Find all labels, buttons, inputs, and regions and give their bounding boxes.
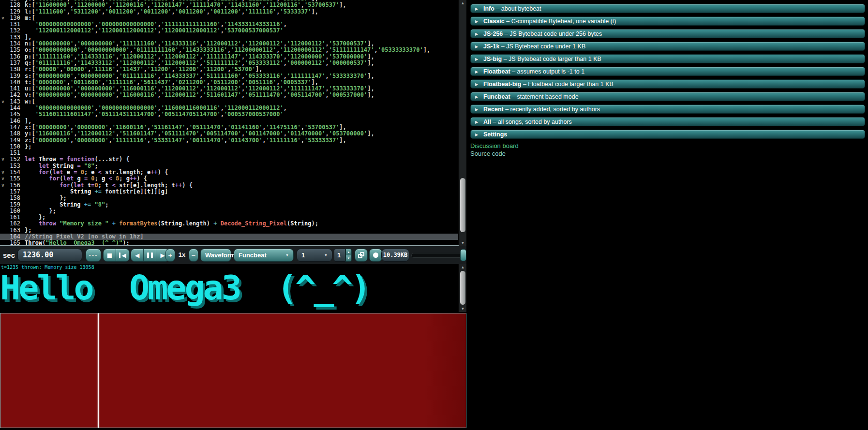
copy-link-button[interactable] xyxy=(355,249,368,262)
code-line[interactable]: 161 }; xyxy=(0,214,458,221)
playlist-section-js-1k[interactable]: ▶JS-1k – JS Bytebeat code under 1 KB xyxy=(470,42,865,51)
code-line[interactable]: 162 throw "Memory size " + formatBytes(S… xyxy=(0,221,458,227)
scroll-up-icon[interactable]: ▲ xyxy=(459,264,466,270)
code-line[interactable]: 138r:['00000','00000','11116','11437','1… xyxy=(0,66,458,73)
code-line[interactable]: v154 for(let e = 0; e < str.length; e++)… xyxy=(0,169,458,176)
speed-down-button[interactable]: − xyxy=(189,249,198,262)
code-line[interactable]: 131 '000000000000000','000000000000000',… xyxy=(0,21,458,28)
pause-button[interactable] xyxy=(144,249,156,261)
code-line[interactable]: 151 xyxy=(0,150,458,156)
source-code-link[interactable]: Source code xyxy=(470,150,865,158)
code-text: let String = "8"; xyxy=(20,163,98,169)
scroll-up-icon[interactable]: ▲ xyxy=(459,0,466,6)
playlist-section-recent[interactable]: ▶Recent – recently added, sorted by auth… xyxy=(470,104,865,114)
code-line[interactable]: 132 '112000112000112','112000112000112',… xyxy=(0,28,458,34)
code-line[interactable]: 145 '511601111601147','051114311114700',… xyxy=(0,111,458,118)
code-line[interactable]: 160 }; xyxy=(0,208,458,214)
code-line[interactable]: 157 String += font[str[e][t]][g] xyxy=(0,189,458,195)
playlist-section-floatbeat-big[interactable]: ▶Floatbeat-big – Floatbeat code larger t… xyxy=(470,79,865,89)
output-scrollbar-thumb[interactable] xyxy=(460,271,465,305)
code-line[interactable]: v143w:[ xyxy=(0,99,458,105)
draw-mode-button[interactable]: --- xyxy=(86,249,101,262)
playlist-section-js-big[interactable]: ▶JS-big – JS Bytebeat code larger than 1… xyxy=(470,54,865,63)
code-line[interactable]: 158 }; xyxy=(0,195,458,201)
code-line[interactable]: v130m:[ xyxy=(0,15,458,21)
skip-start-button[interactable]: ◀ xyxy=(116,249,129,261)
track-number-stepper[interactable]: ▲ ▼ xyxy=(345,249,352,262)
editor-scrollbar[interactable]: ▲ ▼ xyxy=(459,0,466,246)
code-line[interactable]: v156 for(let t=0; t < str[e].length; t++… xyxy=(0,182,458,189)
stepper-down-icon[interactable]: ▼ xyxy=(346,255,351,262)
code-line[interactable]: 150}; xyxy=(0,144,458,150)
stop-button[interactable]: ■ xyxy=(104,249,116,261)
code-line[interactable]: 129l:['1111600','5311200','0011200','001… xyxy=(0,9,458,15)
code-line[interactable]: 139s:['000000000','000000000','011111116… xyxy=(0,73,458,79)
code-line[interactable]: 153 let String = "8"; xyxy=(0,163,458,169)
fold-arrow-icon[interactable]: v xyxy=(0,15,6,21)
code-line[interactable]: 141u:['000000000','000000000','116000116… xyxy=(0,86,458,92)
fold-arrow-icon[interactable]: v xyxy=(0,169,6,176)
scope-canvas[interactable] xyxy=(0,313,466,428)
playlist-section-js-256[interactable]: ▶JS-256 – JS Bytebeat code under 256 byt… xyxy=(470,29,865,38)
stepper-up-icon[interactable]: ▲ xyxy=(346,249,351,255)
code-line[interactable]: 136p:['111111160','114333116','112000112… xyxy=(0,54,458,60)
code-text: z:['00000000','00000000','11111116','533… xyxy=(20,137,346,144)
time-input[interactable]: 1236.00 xyxy=(17,249,82,262)
code-text: q:['011111116','114333112','112000112','… xyxy=(20,60,374,66)
code-line[interactable]: 135o:['00000000000','00000000000','01111… xyxy=(0,47,458,53)
playlist-section-funcbeat[interactable]: ▶Funcbeat – statement based mode xyxy=(470,92,865,101)
line-number: 136 xyxy=(6,54,20,60)
fold-gutter xyxy=(0,79,6,86)
code-line[interactable]: 146], xyxy=(0,118,458,124)
fold-arrow-icon[interactable]: v xyxy=(0,156,6,163)
fold-arrow-icon[interactable]: v xyxy=(0,182,6,189)
playlist-section-all[interactable]: ▶All – all songs, sorted by authors xyxy=(470,117,865,126)
code-line[interactable]: 148y:['116000116','112000112','511601147… xyxy=(0,131,458,137)
fold-gutter xyxy=(0,221,6,227)
fold-arrow-icon[interactable]: v xyxy=(0,176,6,182)
scroll-down-icon[interactable]: ▼ xyxy=(459,240,466,246)
volume-slider[interactable] xyxy=(411,249,466,262)
code-text: }; xyxy=(20,195,67,201)
discussion-board-link[interactable]: Discussion board xyxy=(470,142,865,150)
code-line[interactable]: 147x:['00000000','00000000','11600116','… xyxy=(0,124,458,131)
playlist-section-info[interactable]: ▶Info – about bytebeat xyxy=(470,4,865,13)
code-line[interactable]: 159 String += "8"; xyxy=(0,202,458,208)
output-scrollbar[interactable]: ▲ ▼ xyxy=(459,264,466,312)
expand-arrow-icon: ▶ xyxy=(475,130,478,139)
code-line[interactable]: 163}; xyxy=(0,227,458,234)
code-line[interactable]: 165Throw("Hello Omega3 (^_^)"); xyxy=(0,240,458,246)
code-line[interactable]: v152let Throw = function(...str) { xyxy=(0,156,458,163)
output-canvas[interactable]: t=1235 thrown: Memory size 13058 Hello O… xyxy=(0,264,458,312)
code-line[interactable]: 137q:['011111116','114333112','112000112… xyxy=(0,60,458,66)
line-number: 137 xyxy=(6,60,20,66)
line-number: 157 xyxy=(6,189,20,195)
code-line[interactable]: 149z:['00000000','00000000','11111116','… xyxy=(0,137,458,144)
playlist-section-floatbeat[interactable]: ▶Floatbeat – assumes output is -1 to 1 xyxy=(470,67,865,76)
line-number: 163 xyxy=(6,227,20,234)
code-line[interactable]: v155 for(let g = 0; g < 8; g++) { xyxy=(0,176,458,182)
code-line[interactable]: 142v:['000000000','000000000','116000116… xyxy=(0,92,458,98)
scroll-down-icon[interactable]: ▼ xyxy=(459,306,466,312)
line-number: 143 xyxy=(6,99,20,105)
volume-track[interactable] xyxy=(411,253,465,258)
view-mode-select[interactable]: Waveform ▼ xyxy=(200,249,231,262)
playlist-section-settings[interactable]: ▶Settings xyxy=(470,130,865,139)
editor-scrollbar-thumb[interactable] xyxy=(460,178,465,232)
code-line[interactable]: 133], xyxy=(0,34,458,41)
play-backward-button[interactable]: ◀ xyxy=(131,249,144,261)
code-line[interactable]: 144 '000000000000000','000000000000000',… xyxy=(0,105,458,111)
song-mode-select[interactable]: Funcbeat ▼ xyxy=(234,249,294,262)
playlist-section-classic[interactable]: ▶Classic – C-compatible Bytebeat, one va… xyxy=(470,16,865,26)
speed-up-button[interactable]: + xyxy=(165,249,175,262)
code-line[interactable]: 164//String Pixel V2 [no slow in 1hz] xyxy=(0,234,458,240)
track-number-input[interactable]: 1 xyxy=(334,249,345,262)
record-button[interactable] xyxy=(369,249,382,262)
code-line[interactable]: 140t:['0000000','0011600','1111116','561… xyxy=(0,79,458,86)
code-line[interactable]: 134n:['000000000','000000000','111111160… xyxy=(0,41,458,47)
code-line[interactable]: 128k:['11600000','11200000','11200116','… xyxy=(0,2,458,8)
fold-arrow-icon[interactable]: v xyxy=(0,99,6,105)
track-select[interactable]: 1 ▼ xyxy=(297,249,332,262)
code-editor[interactable]: 127j:['0000000','0000000','0001160','000… xyxy=(0,0,466,246)
volume-thumb[interactable] xyxy=(460,249,466,261)
